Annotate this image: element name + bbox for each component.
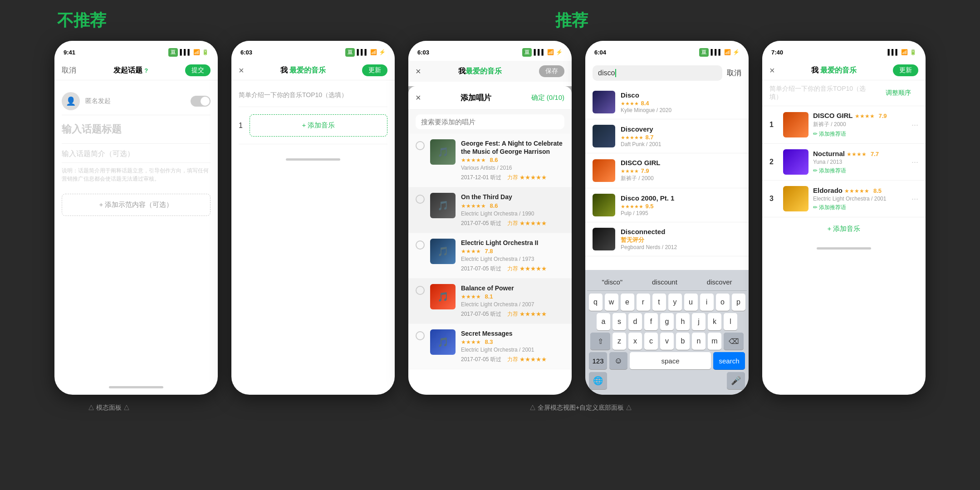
entry-info: Eldorado ★★★★★ 8.5 Electric Light Orches… xyxy=(813,186,907,211)
keyboard-key-a[interactable]: a xyxy=(597,313,610,330)
album-list-item[interactable]: 🎵 On the Third Day ★★★★★ 8.6 Electric Li… xyxy=(408,187,572,233)
keyboard-key-p[interactable]: p xyxy=(732,294,745,311)
modal-confirm-button[interactable]: 确定 (0/10) xyxy=(531,93,564,102)
keyboard-space-key[interactable]: space xyxy=(630,352,711,369)
desc-placeholder-5[interactable]: 简单介绍一下你的音乐TOP10（选填） xyxy=(769,85,878,101)
keyboard-delete-key[interactable]: ⌫ xyxy=(724,333,744,350)
keyboard-key-q[interactable]: q xyxy=(589,294,603,311)
modal-sheet[interactable]: × 添加唱片 确定 (0/10) 🎵 George Fest: A Night … xyxy=(408,86,572,395)
desc-input[interactable]: 输入话题简介（可选） xyxy=(62,149,211,159)
keyboard-key-u[interactable]: u xyxy=(684,294,698,311)
entry-name-row: Nocturnal ★★★★ 7.7 xyxy=(813,150,907,158)
keyboard-key-m[interactable]: m xyxy=(708,333,721,350)
keyboard-key-l[interactable]: l xyxy=(724,313,737,330)
search-cancel-button[interactable]: 取消 xyxy=(727,69,741,78)
album-info: George Fest: A Night to Celebrate the Mu… xyxy=(461,139,564,181)
keyboard-key-c[interactable]: c xyxy=(644,333,658,350)
keyboard-suggestion-item[interactable]: "disco" xyxy=(598,276,626,288)
home-indicator-1 xyxy=(109,386,163,388)
entry-note[interactable]: ✏ 添加推荐语 xyxy=(813,167,907,175)
home-indicator-2 xyxy=(286,158,340,161)
close-button-2[interactable]: × xyxy=(239,65,244,76)
keyboard-key-w[interactable]: w xyxy=(605,294,618,311)
submit-button[interactable]: 提交 xyxy=(185,64,211,76)
entry-more-icon[interactable]: ··· xyxy=(911,120,918,130)
bad-section-label: 不推荐 xyxy=(0,10,163,32)
keyboard-search-key[interactable]: search xyxy=(713,352,745,369)
album-list-item[interactable]: 🎵 Electric Light Orchestra II ★★★★ 7.8 E… xyxy=(408,233,572,279)
cancel-button[interactable]: 取消 xyxy=(62,66,76,75)
keyboard-key-d[interactable]: d xyxy=(628,313,642,330)
modal-close[interactable]: × xyxy=(416,93,421,103)
title-input[interactable]: 输入话题标题 xyxy=(62,122,211,136)
adjust-order-button[interactable]: 调整顺序 xyxy=(878,86,918,100)
keyboard-suggestion-item[interactable]: discount xyxy=(648,276,681,288)
status-bar-3: 6:03 豆 ▌▌▌ 📶 ⚡ xyxy=(408,41,572,61)
search-result-item[interactable]: DISCO GIRL ★★★★ 7.9 新裤子 / 2000 xyxy=(585,153,749,188)
keyboard-key-i[interactable]: i xyxy=(700,294,714,311)
keyboard-key-g[interactable]: g xyxy=(660,313,674,330)
album-list-item[interactable]: 🎵 Secret Messages ★★★★ 8.3 Electric Ligh… xyxy=(408,324,572,369)
signal-5: ▌▌▌ xyxy=(887,49,899,55)
result-rating: ★★★★ 7.9 xyxy=(621,167,741,175)
album-list-item[interactable]: 🎵 George Fest: A Night to Celebrate the … xyxy=(408,134,572,187)
nav-title-5: 我 最爱的音乐 xyxy=(811,66,857,75)
entry-stars: ★★★★ xyxy=(855,113,875,119)
album-meta: 2017-12-01 听过 力荐 ★★★★★ xyxy=(461,174,564,181)
keyboard-key-h[interactable]: h xyxy=(676,313,690,330)
app-icon-4: 豆 xyxy=(699,48,709,57)
keyboard-key-e[interactable]: e xyxy=(621,294,634,311)
anon-toggle[interactable] xyxy=(191,96,211,107)
search-field[interactable]: disco xyxy=(593,65,722,81)
keyboard-globe-key[interactable]: 🌐 xyxy=(589,372,607,389)
keyboard-emoji-key[interactable]: ☺ xyxy=(609,352,627,369)
keyboard-key-r[interactable]: r xyxy=(637,294,650,311)
signal-4: ▌▌▌ xyxy=(710,49,722,55)
add-music-button-5[interactable]: + 添加音乐 xyxy=(828,225,861,232)
album-list-item[interactable]: 🎵 Balance of Power ★★★★ 8.1 Electric Lig… xyxy=(408,279,572,324)
update-button-2[interactable]: 更新 xyxy=(362,64,387,76)
desc-placeholder-2[interactable]: 简单介绍一下你的音乐TOP10（选填） xyxy=(239,88,387,107)
title-input-area: 输入话题标题 xyxy=(62,115,211,144)
search-result-item[interactable]: Disconnected 暂无评分 Pegboard Nerds / 2012 xyxy=(585,222,749,256)
close-button-5[interactable]: × xyxy=(769,65,775,76)
keyboard-key-x[interactable]: x xyxy=(628,333,642,350)
keyboard-key-b[interactable]: b xyxy=(676,333,690,350)
nav-help-icon[interactable]: ? xyxy=(144,67,148,74)
result-meta: Kylie Minogue / 2020 xyxy=(621,107,741,113)
keyboard-mic-key[interactable]: 🎤 xyxy=(727,372,745,389)
album-rating: ★★★★★ 8.6 xyxy=(461,156,564,164)
entry-note[interactable]: ✏ 添加推荐语 xyxy=(813,204,907,211)
keyboard-key-z[interactable]: z xyxy=(612,333,626,350)
search-result-item[interactable]: Disco 2000, Pt. 1 ★★★★★ 9.5 Pulp / 1995 xyxy=(585,188,749,222)
add-music-button[interactable]: + 添加音乐 xyxy=(250,114,387,137)
update-button-5[interactable]: 更新 xyxy=(893,64,918,76)
search-result-item[interactable]: Disco ★★★★ 8.4 Kylie Minogue / 2020 xyxy=(585,85,749,119)
album-name: Balance of Power xyxy=(461,284,564,292)
keyboard-key-j[interactable]: j xyxy=(692,313,706,330)
caption-left: △ 模态面板 △ xyxy=(18,404,200,412)
result-info: Disco ★★★★ 8.4 Kylie Minogue / 2020 xyxy=(621,91,741,113)
home-bar-1 xyxy=(54,379,218,395)
entry-more-icon[interactable]: ··· xyxy=(911,157,918,167)
keyboard-shift-key[interactable]: ⇧ xyxy=(590,333,610,350)
keyboard-key-s[interactable]: s xyxy=(612,313,626,330)
radio-circle xyxy=(416,141,425,150)
search-result-item[interactable]: Discovery ★★★★★ 8.7 Daft Punk / 2001 xyxy=(585,119,749,153)
entry-more-icon[interactable]: ··· xyxy=(911,194,918,204)
keyboard-key-n[interactable]: n xyxy=(692,333,706,350)
entry-note[interactable]: ✏ 添加推荐语 xyxy=(813,130,907,138)
status-bar-1: 9:41 豆 ▌▌▌ 📶 🔋 xyxy=(54,41,218,61)
keyboard-key-o[interactable]: o xyxy=(716,294,730,311)
add-example-button[interactable]: + 添加示范内容（可选） xyxy=(62,194,211,216)
keyboard-key-t[interactable]: t xyxy=(652,294,666,311)
keyboard-key-f[interactable]: f xyxy=(644,313,658,330)
album-search-input[interactable] xyxy=(416,114,564,129)
album-artist: Various Artists / 2016 xyxy=(461,165,564,171)
keyboard-key-k[interactable]: k xyxy=(708,313,721,330)
keyboard-key-y[interactable]: y xyxy=(668,294,682,311)
keyboard-key-v[interactable]: v xyxy=(660,333,674,350)
keyboard-num-key[interactable]: 123 xyxy=(589,352,607,369)
result-rating: ★★★★★ 9.5 xyxy=(621,202,741,210)
keyboard-suggestion-item[interactable]: discover xyxy=(703,276,736,288)
